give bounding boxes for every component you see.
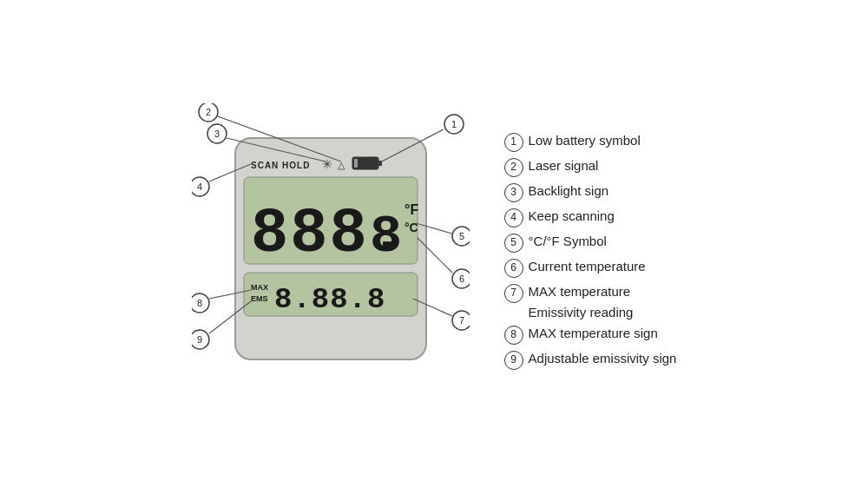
annotation-7: 7 MAX temperature <box>504 283 677 303</box>
circle-2: 2 <box>504 158 523 177</box>
svg-text:7: 7 <box>458 315 464 326</box>
svg-text:2: 2 <box>205 107 210 117</box>
labels-panel: 1 Low battery symbol 2 Laser signal 3 Ba… <box>504 132 677 370</box>
label-2: Laser signal <box>529 157 599 175</box>
circle-4: 4 <box>504 208 523 227</box>
circle-7: 7 <box>504 284 523 303</box>
circle-6: 6 <box>504 259 523 278</box>
svg-text:8: 8 <box>370 206 402 267</box>
annotation-2: 2 Laser signal <box>504 157 677 177</box>
svg-text:5: 5 <box>458 231 464 241</box>
svg-text:6: 6 <box>458 274 464 284</box>
svg-rect-6 <box>354 159 358 168</box>
svg-text:MAX: MAX <box>251 283 268 292</box>
svg-text:°C: °C <box>404 221 418 234</box>
label-5: °C/°F Symbol <box>529 233 607 250</box>
svg-text:°F: °F <box>404 202 418 217</box>
circle-9: 9 <box>504 351 523 370</box>
circle-3: 3 <box>504 183 523 202</box>
circle-5: 5 <box>504 234 523 253</box>
svg-text:SCAN HOLD: SCAN HOLD <box>251 161 310 170</box>
svg-text:8: 8 <box>196 298 201 308</box>
label-7: MAX temperature <box>529 283 631 300</box>
annotation-5: 5 °C/°F Symbol <box>504 233 677 253</box>
annotation-1: 1 Low battery symbol <box>504 132 677 152</box>
svg-text:✳: ✳ <box>322 157 332 171</box>
svg-text:△: △ <box>338 160 345 170</box>
annotation-6: 6 Current temperature <box>504 258 677 278</box>
label-4: Keep scanning <box>529 208 615 225</box>
label-8: MAX temperature sign <box>529 325 658 342</box>
svg-text:4: 4 <box>196 181 201 192</box>
circle-8: 8 <box>504 326 523 345</box>
annotation-9: 9 Adjustable emissivity sign <box>504 350 677 370</box>
annotation-3: 3 Backlight sign <box>504 182 677 202</box>
svg-text:EMS: EMS <box>251 294 268 303</box>
annotation-4: 4 Keep scanning <box>504 208 677 227</box>
svg-text:1: 1 <box>450 119 456 129</box>
circle-1: 1 <box>504 133 523 152</box>
label-3: Backlight sign <box>529 182 609 200</box>
annotation-8: 8 MAX temperature sign <box>504 325 677 345</box>
label-1: Low battery symbol <box>529 132 641 149</box>
svg-text:8.88.8: 8.88.8 <box>274 283 385 316</box>
svg-text:3: 3 <box>214 129 219 139</box>
label-7b: Emissivity reading <box>504 305 677 320</box>
label-9: Adjustable emissivity sign <box>529 350 677 367</box>
svg-text:9: 9 <box>196 334 201 345</box>
label-6: Current temperature <box>529 258 646 275</box>
